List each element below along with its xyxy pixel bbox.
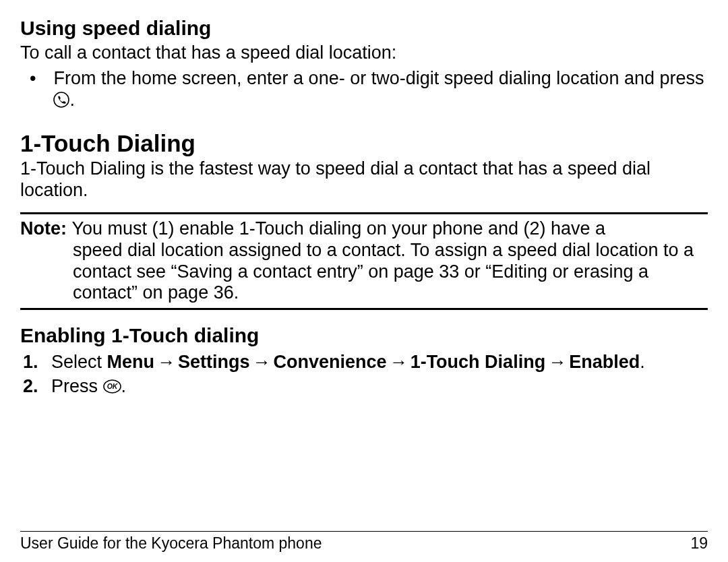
bullet-text-after: . bbox=[69, 90, 75, 110]
footer-title: User Guide for the Kyocera Phantom phone bbox=[20, 534, 322, 553]
bullet-text-before: From the home screen, enter a one- or tw… bbox=[53, 68, 704, 88]
note-rest: speed dial location assigned to a contac… bbox=[20, 240, 708, 305]
page-number: 19 bbox=[690, 534, 708, 553]
step-2-prefix: Press bbox=[51, 376, 103, 396]
path-item-convenience: Convenience bbox=[274, 352, 387, 372]
note-box: Note: You must (1) enable 1-Touch dialin… bbox=[20, 212, 708, 310]
bullet-text: From the home screen, enter a one- or tw… bbox=[53, 68, 708, 113]
path-item-1-touch-dialing: 1-Touch Dialing bbox=[411, 352, 546, 372]
step-2: 2. Press OK . bbox=[20, 376, 708, 400]
heading-enabling-1-touch: Enabling 1-Touch dialing bbox=[20, 323, 708, 347]
arrow-icon: → bbox=[250, 352, 274, 372]
note-label: Note: bbox=[20, 218, 72, 239]
arrow-icon: → bbox=[154, 352, 178, 372]
heading-using-speed-dialing: Using speed dialing bbox=[20, 16, 708, 40]
path-item-menu: Menu bbox=[107, 352, 155, 372]
step-1-number: 1. bbox=[23, 352, 46, 373]
call-button-icon bbox=[53, 92, 69, 113]
bullet-marker: • bbox=[30, 68, 36, 113]
heading-1-touch-dialing: 1-Touch Dialing bbox=[20, 129, 708, 157]
speed-dialing-bullet: • From the home screen, enter a one- or … bbox=[20, 68, 708, 113]
arrow-icon: → bbox=[387, 352, 411, 372]
step-1-prefix: Select bbox=[51, 352, 107, 372]
step-1: 1. Select Menu→Settings→Convenience→1-To… bbox=[20, 352, 708, 373]
step-2-number: 2. bbox=[23, 376, 46, 400]
note-body: Note: You must (1) enable 1-Touch dialin… bbox=[20, 218, 708, 304]
step-2-body: Press OK . bbox=[51, 376, 126, 400]
page-footer: User Guide for the Kyocera Phantom phone… bbox=[20, 531, 708, 553]
1-touch-desc: 1-Touch Dialing is the fastest way to sp… bbox=[20, 158, 708, 201]
path-item-enabled: Enabled bbox=[569, 352, 640, 372]
note-line1: You must (1) enable 1-Touch dialing on y… bbox=[72, 218, 606, 239]
speed-dialing-intro: To call a contact that has a speed dial … bbox=[20, 42, 708, 64]
menu-path: Menu→Settings→Convenience→1-Touch Dialin… bbox=[107, 352, 640, 372]
page-content: Using speed dialing To call a contact th… bbox=[0, 0, 728, 399]
ok-button-icon: OK bbox=[103, 377, 121, 399]
arrow-icon: → bbox=[545, 352, 569, 372]
svg-text:OK: OK bbox=[107, 383, 118, 391]
step-1-suffix: . bbox=[640, 352, 645, 372]
path-item-settings: Settings bbox=[178, 352, 250, 372]
svg-point-0 bbox=[54, 92, 69, 107]
step-2-suffix: . bbox=[121, 376, 127, 396]
step-1-body: Select Menu→Settings→Convenience→1-Touch… bbox=[51, 352, 645, 373]
